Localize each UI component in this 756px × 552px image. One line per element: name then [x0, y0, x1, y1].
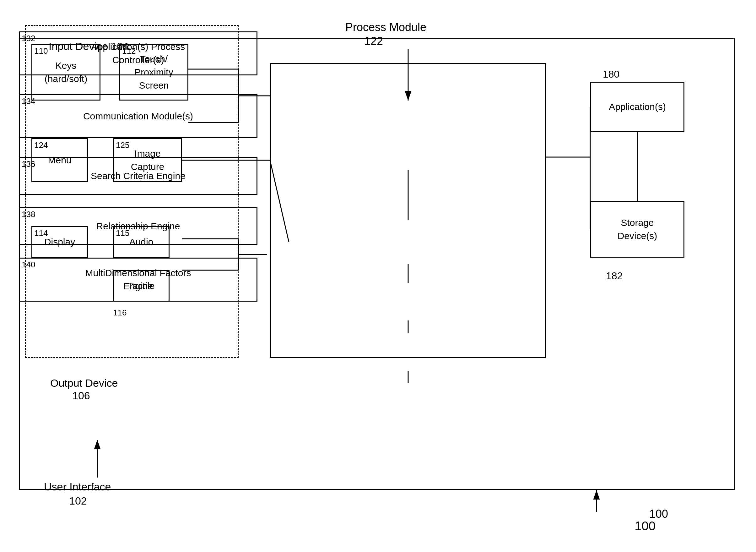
search-criteria-label: Search Criteria Engine	[91, 171, 186, 181]
app-controller-label: Application(s) Process Controller(s)	[79, 40, 197, 66]
relationship-box: 138 Relationship Engine	[19, 208, 257, 245]
output-device-label: Output Device	[50, 377, 118, 389]
search-criteria-ref: 136	[22, 159, 35, 169]
process-module-label: Process Module	[345, 21, 426, 34]
multidim-box: 140 MultiDimensional Factors Engine	[19, 258, 257, 302]
menu-ref: 124	[34, 140, 48, 150]
search-criteria-box: 136 Search Criteria Engine	[19, 157, 257, 195]
storage-ref: 182	[606, 270, 622, 282]
applications-label: Application(s)	[609, 102, 666, 112]
label-100-bottom: 100	[634, 519, 655, 533]
comm-module-ref: 134	[22, 97, 35, 106]
comm-module-label: Communication Module(s)	[83, 110, 193, 123]
app-controller-box: 132 Application(s) Process Controller(s)	[19, 31, 257, 76]
diagram-container: 100 Input Device 104 110 Keys (hard/soft…	[0, 0, 756, 552]
relationship-ref: 138	[22, 210, 35, 219]
applications-box: Application(s)	[590, 82, 685, 132]
user-interface-label: User Interface	[44, 481, 111, 493]
multidim-label: MultiDimensional Factors Engine	[79, 266, 197, 293]
user-interface-ref: 102	[69, 495, 87, 507]
storage-label: Storage Device(s)	[614, 216, 660, 243]
process-module-box	[270, 63, 546, 358]
storage-device-box: Storage Device(s)	[590, 201, 685, 258]
process-module-ref: 122	[364, 34, 383, 48]
output-device-ref: 106	[72, 390, 90, 402]
multidim-ref: 140	[22, 260, 35, 270]
label-100: 100	[649, 507, 668, 521]
tactile-ref: 116	[113, 308, 127, 318]
app-controller-ref: 132	[22, 34, 35, 43]
applications-ref: 180	[603, 68, 619, 80]
comm-module-box: 134 Communication Module(s)	[19, 94, 257, 138]
image-capture-ref: 125	[116, 140, 129, 150]
relationship-label: Relationship Engine	[97, 221, 180, 232]
